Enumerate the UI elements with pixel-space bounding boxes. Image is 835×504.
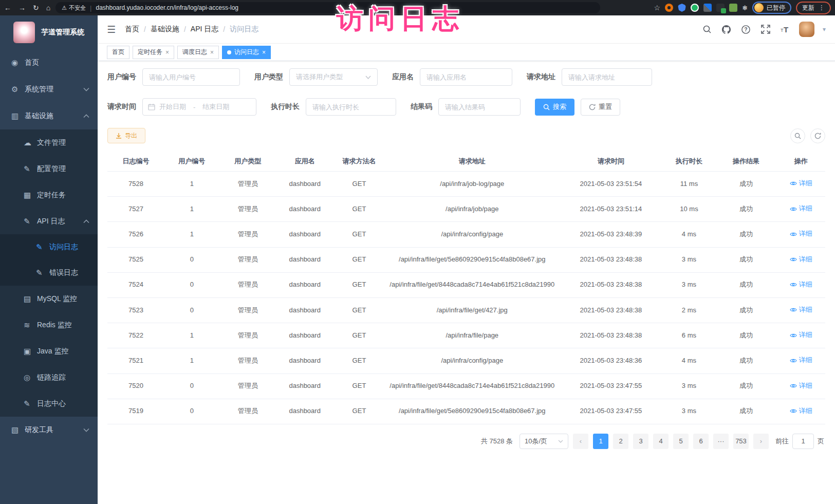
refresh-button[interactable] <box>810 128 825 143</box>
sidebar-toggle-hamburger-icon[interactable]: ☰ <box>107 24 116 35</box>
cell-log-id: 7521 <box>107 348 164 374</box>
address-bar[interactable]: ⚠ 不安全 | dashboard.yudao.iocoder.cn/infra… <box>55 2 600 13</box>
font-size-icon[interactable]: TT <box>780 24 791 35</box>
search-button[interactable]: 搜索 <box>535 99 574 116</box>
next-page-button[interactable]: › <box>753 434 769 449</box>
prev-page-button[interactable]: ‹ <box>573 434 588 449</box>
export-button[interactable]: 导出 <box>107 128 145 143</box>
extension-icon[interactable] <box>665 4 673 12</box>
help-icon[interactable]: ? <box>740 24 752 35</box>
cell-time: 2021-05-03 23:48:38 <box>559 272 662 297</box>
cell-result: 成功 <box>715 222 776 247</box>
refresh-icon <box>589 104 596 110</box>
extension-shield-icon[interactable] <box>678 4 686 12</box>
toggle-search-button[interactable] <box>790 128 805 143</box>
close-icon[interactable]: × <box>165 49 169 56</box>
fullscreen-icon[interactable] <box>760 24 771 35</box>
sidebar-item-scheduled-job[interactable]: ▦ 定时任务 <box>0 182 98 208</box>
goto-page-input[interactable] <box>792 434 814 449</box>
sidebar-item-config-manage[interactable]: ✎ 配置管理 <box>0 156 98 182</box>
sidebar-item-mysql-monitor[interactable]: ▤ MySQL 监控 <box>0 286 98 312</box>
user-avatar[interactable] <box>799 22 814 37</box>
extension-icon[interactable] <box>729 4 737 12</box>
sidebar-item-access-log[interactable]: ✎ 访问日志 <box>0 234 98 260</box>
tab-access-log[interactable]: 访问日志 × <box>222 46 271 59</box>
sidebar-item-error-log[interactable]: ✎ 错误日志 <box>0 260 98 286</box>
detail-link[interactable]: 详细 <box>790 279 812 290</box>
sidebar-item-dev-tools[interactable]: ▧ 研发工具 <box>0 417 98 443</box>
tab-scheduled-job[interactable]: 定时任务 × <box>133 46 174 59</box>
user-menu-caret-icon[interactable]: ▾ <box>823 26 826 33</box>
extension-icon[interactable]: ❄ <box>742 4 748 12</box>
cell-time: 2021-05-03 23:48:39 <box>559 222 662 247</box>
duration-input[interactable] <box>306 98 396 116</box>
bookmark-star-icon[interactable]: ☆ <box>654 4 661 12</box>
page-button[interactable]: 6 <box>693 434 709 449</box>
sidebar-item-system[interactable]: ⚙ 系统管理 <box>0 76 98 103</box>
eye-icon <box>790 383 797 388</box>
close-icon[interactable]: × <box>262 49 266 56</box>
pagination-total: 共 7528 条 <box>481 437 513 446</box>
breadcrumb-item[interactable]: API 日志 <box>191 25 218 34</box>
detail-link[interactable]: 详细 <box>790 381 812 391</box>
result-code-input[interactable] <box>438 98 521 116</box>
page-button[interactable]: 4 <box>653 434 669 449</box>
eye-icon <box>790 408 797 414</box>
app-name-input[interactable] <box>420 68 512 86</box>
reset-button[interactable]: 重置 <box>581 99 620 116</box>
cell-url: /api/infra/file/page <box>385 323 559 348</box>
browser-update-button[interactable]: 更新 ⋮ <box>796 2 831 14</box>
detail-link[interactable]: 详细 <box>790 178 812 189</box>
detail-link[interactable]: 详细 <box>790 330 812 341</box>
sidebar-item-file-manage[interactable]: ☁ 文件管理 <box>0 129 98 156</box>
sidebar-item-log-center[interactable]: ✎ 日志中心 <box>0 390 98 417</box>
breadcrumb-item[interactable]: 基础设施 <box>151 25 179 34</box>
download-icon <box>116 133 122 139</box>
sidebar-item-trace[interactable]: ◎ 链路追踪 <box>0 364 98 390</box>
github-icon[interactable] <box>721 24 732 35</box>
detail-link[interactable]: 详细 <box>790 305 812 315</box>
cell-result: 成功 <box>715 247 776 272</box>
browser-menu-kebab-icon[interactable]: ⋮ <box>819 4 825 11</box>
profile-paused-pill[interactable]: 已暂停 <box>752 2 791 14</box>
page-button[interactable]: 5 <box>673 434 689 449</box>
detail-link[interactable]: 详细 <box>790 254 812 265</box>
cell-action: 详细 <box>776 197 825 222</box>
browser-home-icon[interactable]: ⌂ <box>46 4 50 12</box>
search-icon[interactable] <box>701 24 713 35</box>
page-button[interactable]: 1 <box>593 434 608 449</box>
browser-forward-icon[interactable]: → <box>18 4 26 12</box>
close-icon[interactable]: × <box>210 49 214 56</box>
detail-link[interactable]: 详细 <box>790 203 812 214</box>
sidebar-item-redis-monitor[interactable]: ≋ Redis 监控 <box>0 312 98 338</box>
extension-icon[interactable] <box>691 4 699 12</box>
sidebar-item-infra[interactable]: ▥ 基础设施 <box>0 103 98 129</box>
detail-link[interactable]: 详细 <box>790 406 812 417</box>
detail-link[interactable]: 详细 <box>790 355 812 366</box>
cell-duration: 3 ms <box>663 374 716 399</box>
breadcrumb-item[interactable]: 首页 <box>125 25 139 34</box>
page-size-select[interactable]: 10条/页 <box>519 434 568 449</box>
tab-job-log[interactable]: 调度日志 × <box>177 46 219 59</box>
sidebar-item-java-monitor[interactable]: ▣ Java 监控 <box>0 338 98 364</box>
extension-icon[interactable] <box>703 4 712 12</box>
page-button[interactable]: 753 <box>733 434 749 449</box>
browser-reload-icon[interactable]: ↻ <box>33 4 39 12</box>
page-button[interactable]: 3 <box>633 434 648 449</box>
user-type-select[interactable]: 请选择用户类型 <box>289 68 378 86</box>
eye-icon <box>790 282 797 287</box>
browser-back-icon[interactable]: ← <box>4 4 11 12</box>
request-time-range-picker[interactable]: 开始日期 - 结束日期 <box>142 98 256 116</box>
more-pages-button[interactable]: ··· <box>713 434 729 449</box>
cell-log-id: 7520 <box>107 374 164 399</box>
cell-time: 2021-05-03 23:51:54 <box>559 172 662 197</box>
app-logo[interactable]: 芋道管理系统 <box>0 15 98 49</box>
detail-link[interactable]: 详细 <box>790 229 812 239</box>
user-id-input[interactable] <box>142 68 240 86</box>
extension-icon[interactable] <box>716 4 725 12</box>
page-button[interactable]: 2 <box>613 434 628 449</box>
tab-home[interactable]: 首页 <box>107 46 129 59</box>
sidebar-item-api-log[interactable]: ✎ API 日志 <box>0 208 98 234</box>
sidebar-item-home[interactable]: ◉ 首页 <box>0 49 98 76</box>
request-url-input[interactable] <box>562 68 652 86</box>
